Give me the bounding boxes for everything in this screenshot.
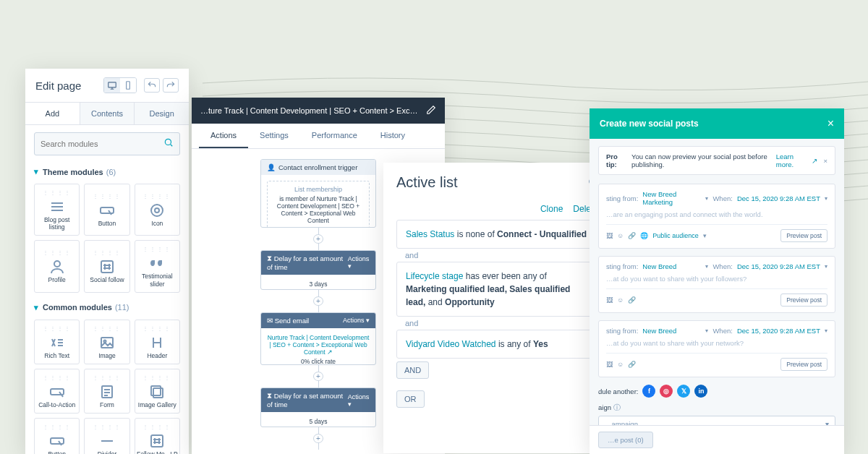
drag-handle-icon: ⋮⋮⋮⋮ — [142, 424, 171, 430]
delay-card-2[interactable]: ⧗ Delay for a set amount of timeActions … — [260, 387, 376, 427]
emoji-icon[interactable]: ☺ — [617, 361, 624, 368]
theme-module-blog-post-listing[interactable]: ⋮⋮⋮⋮Blog post listing — [34, 184, 80, 236]
emoji-icon[interactable]: ☺ — [617, 296, 624, 304]
button-icon — [48, 432, 66, 450]
redo-icon — [166, 80, 176, 90]
when-select[interactable]: Dec 15, 2020 9:28 AM EST — [737, 262, 820, 270]
target-icon — [148, 201, 166, 220]
wf-tab-settings[interactable]: Settings — [248, 124, 300, 148]
link-icon[interactable]: 🔗 — [628, 232, 636, 239]
common-module-image-gallery[interactable]: ⋮⋮⋮⋮Image Gallery — [135, 369, 180, 414]
help-icon[interactable]: ⓘ — [613, 403, 621, 411]
link-icon[interactable]: 🔗 — [628, 361, 636, 368]
add-step-button[interactable]: + — [313, 234, 323, 244]
audience-select[interactable]: Public audience — [652, 232, 699, 239]
close-icon[interactable]: × — [827, 117, 834, 130]
facebook-icon[interactable]: f — [642, 385, 655, 398]
when-select[interactable]: Dec 15, 2020 9:28 AM EST — [737, 194, 820, 202]
image-icon[interactable]: 🖼 — [606, 232, 613, 239]
add-step-button[interactable]: + — [313, 296, 323, 306]
posting-from-select[interactable]: New Breed — [642, 327, 701, 335]
connector-and: and — [396, 317, 598, 330]
and-button[interactable]: AND — [396, 361, 429, 379]
redo-button[interactable] — [163, 78, 179, 93]
workflow-title: …ture Track | Content Development | SEO … — [200, 106, 422, 115]
learn-more-link[interactable]: Learn more. — [776, 153, 807, 168]
wf-tab-history[interactable]: History — [369, 124, 417, 148]
theme-module-testimonial-slider[interactable]: ⋮⋮⋮⋮Testimonial slider — [135, 240, 180, 292]
common-module-button[interactable]: ⋮⋮⋮⋮Button — [34, 418, 80, 454]
edit-icon[interactable] — [426, 105, 436, 116]
hourglass-icon: ⧗ — [267, 254, 272, 262]
edit-tabs: Add Contents Design — [25, 102, 189, 125]
posting-from-select[interactable]: New Breed Marketing — [642, 190, 701, 206]
filter-2[interactable]: Lifecycle stage has ever been any of Mar… — [396, 262, 598, 317]
schedule-post-button[interactable]: …e post (0) — [598, 432, 653, 448]
theme-module-profile[interactable]: ⋮⋮⋮⋮Profile — [34, 240, 80, 292]
globe-icon: 🌐 — [640, 232, 648, 239]
gallery-icon — [148, 382, 166, 401]
cta-icon — [48, 382, 66, 401]
wf-tab-performance[interactable]: Performance — [300, 124, 369, 148]
preview-post-button[interactable]: Preview post — [780, 358, 827, 371]
svg-rect-8 — [101, 338, 113, 348]
common-modules-header[interactable]: ▾ Common modules (11) — [25, 299, 189, 317]
common-module-image[interactable]: ⋮⋮⋮⋮Image — [84, 320, 129, 364]
svg-rect-7 — [101, 261, 113, 273]
post-text-input[interactable]: …are an engaging post and connect with t… — [606, 210, 827, 218]
linkedin-icon[interactable]: in — [694, 385, 707, 398]
mail-icon: ✉ — [267, 317, 273, 325]
svg-rect-10 — [51, 389, 64, 395]
mobile-icon — [123, 80, 133, 90]
email-link[interactable]: Nurture Track | Content Development | SE… — [268, 334, 370, 356]
add-step-button[interactable]: + — [313, 372, 323, 381]
add-step-button[interactable]: + — [313, 434, 323, 443]
preview-post-button[interactable]: Preview post — [780, 294, 827, 307]
actions-dropdown[interactable]: Actions ▾ — [348, 393, 370, 408]
filter-3[interactable]: Vidyard Video Watched is any of Yes — [396, 330, 598, 359]
drag-handle-icon: ⋮⋮⋮⋮ — [93, 194, 122, 200]
send-email-card[interactable]: ✉ Send emailActions ▾ Nurture Track | Co… — [260, 312, 376, 365]
search-modules-input[interactable] — [34, 132, 180, 155]
delay-card-1[interactable]: ⧗ Delay for a set amount of timeActions … — [260, 250, 376, 290]
tab-contents[interactable]: Contents — [80, 103, 135, 124]
link-icon[interactable]: 🔗 — [628, 296, 636, 304]
actions-dropdown[interactable]: Actions ▾ — [348, 255, 370, 270]
common-module-header[interactable]: ⋮⋮⋮⋮Header — [135, 320, 180, 364]
enrollment-card[interactable]: 👤Contact enrollment trigger List members… — [260, 159, 376, 228]
drag-handle-icon: ⋮⋮⋮⋮ — [93, 375, 122, 381]
filter-1[interactable]: Sales Status is none of Connect - Unqual… — [396, 220, 598, 249]
twitter-icon[interactable]: 𝕏 — [677, 385, 690, 398]
desktop-icon — [107, 80, 117, 90]
wf-tab-actions[interactable]: Actions — [199, 124, 248, 148]
or-button[interactable]: OR — [396, 390, 425, 408]
common-module-follow-me-lp[interactable]: ⋮⋮⋮⋮Follow Me - LP — [135, 418, 180, 454]
image-icon[interactable]: 🖼 — [606, 361, 613, 368]
post-text-input[interactable]: …at do you want to share with your netwo… — [606, 339, 827, 347]
common-module-divider[interactable]: ⋮⋮⋮⋮Divider — [84, 418, 129, 454]
image-icon[interactable]: 🖼 — [606, 296, 613, 304]
preview-post-button[interactable]: Preview post — [780, 229, 827, 242]
actions-dropdown[interactable]: Actions ▾ — [343, 317, 370, 324]
common-module-rich-text[interactable]: ⋮⋮⋮⋮Rich Text — [34, 320, 80, 364]
clone-button[interactable]: Clone — [540, 204, 563, 214]
theme-modules-header[interactable]: ▾ Theme modules (6) — [25, 163, 189, 181]
tab-add[interactable]: Add — [25, 103, 80, 124]
posting-from-select[interactable]: New Breed — [642, 262, 701, 270]
mobile-toggle[interactable] — [120, 78, 136, 93]
theme-module-icon[interactable]: ⋮⋮⋮⋮Icon — [135, 184, 180, 236]
theme-module-social-follow[interactable]: ⋮⋮⋮⋮Social follow — [84, 240, 129, 292]
dismiss-tip-icon[interactable]: × — [823, 157, 827, 165]
search-field[interactable] — [41, 140, 163, 148]
instagram-icon[interactable]: ◎ — [660, 385, 673, 398]
emoji-icon[interactable]: ☺ — [617, 232, 624, 239]
tab-design[interactable]: Design — [134, 103, 189, 124]
post-text-input[interactable]: …at do you want to share with your follo… — [606, 275, 827, 283]
common-module-form[interactable]: ⋮⋮⋮⋮Form — [84, 369, 129, 414]
theme-module-button[interactable]: ⋮⋮⋮⋮Button — [84, 184, 129, 236]
undo-button[interactable] — [144, 78, 160, 93]
drag-handle-icon: ⋮⋮⋮⋮ — [93, 250, 122, 256]
common-module-call-to-action[interactable]: ⋮⋮⋮⋮Call-to-Action — [34, 369, 80, 414]
desktop-toggle[interactable] — [104, 78, 120, 93]
when-select[interactable]: Dec 15, 2020 9:28 AM EST — [737, 327, 820, 335]
